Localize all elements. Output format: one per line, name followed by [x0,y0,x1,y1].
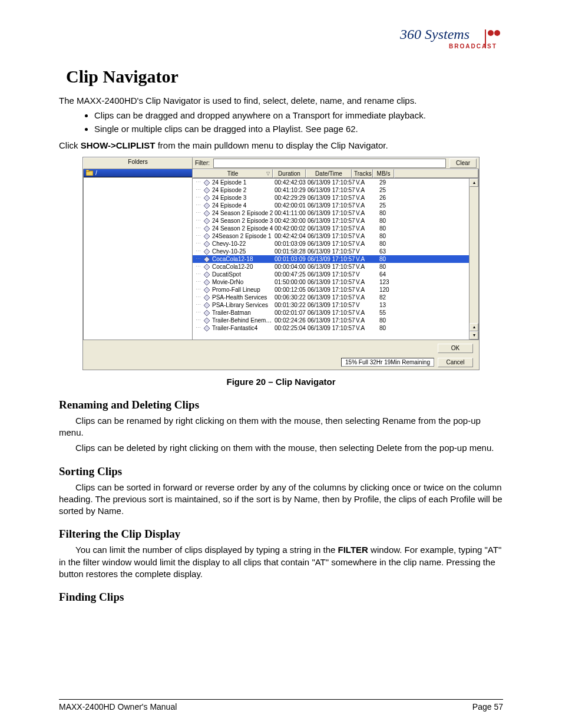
clip-mbs: 13 [377,302,401,308]
clip-duration: 00:42:00:02 [273,225,308,232]
clip-row[interactable]: ⋯24 Episode 200:41:10:2906/13/09 17:10:5… [193,186,478,194]
clip-row[interactable]: ⋯PSA-Library Services00:01:30:2206/13/09… [193,301,478,309]
clip-duration: 01:50:00:00 [273,279,308,285]
clip-title: Promo-Fall Lineup [211,286,273,293]
clip-mbs: 80 [377,317,401,324]
svg-point-1 [488,30,494,36]
filter-p: You can limit the number of clips displa… [59,544,503,580]
clip-row[interactable]: ⋯CocaCola12-2000:00:04:0006/13/09 17:10:… [193,263,478,271]
clip-tracks: V [353,248,377,255]
clip-mbs: 63 [377,248,401,255]
tree-line: ⋯ [193,271,203,277]
clip-title: CocaCola12-20 [211,263,273,270]
clip-row[interactable]: ⋯CocaCola12-1800:01:03:0906/13/09 17:10:… [193,255,478,263]
clip-icon [203,187,211,193]
clip-tracks: V.A [353,218,377,224]
clip-icon [203,179,211,186]
clip-title: DucatiSpot [211,271,273,278]
clip-row[interactable]: ⋯Promo-Fall Lineup00:00:12:0506/13/09 17… [193,286,478,294]
clip-title: 24 Episode 1 [211,179,273,186]
folders-root[interactable]: / [84,169,192,177]
tree-line: ⋯ [193,325,203,331]
svg-marker-22 [204,310,210,316]
clip-row[interactable]: ⋯24 Episode 400:42:00:0106/13/09 17:10:5… [193,202,478,209]
clip-title: CocaCola12-18 [211,256,273,262]
scroll-up2-icon[interactable]: ▴ [470,323,478,331]
clip-row[interactable]: ⋯24Season 2 Episode 100:42:42:0406/13/09… [193,232,478,240]
clip-list-pane: Title▽ Duration Date/Time Tracks MB/s ⋯2… [193,169,479,340]
clip-duration: 00:02:01:07 [273,309,308,316]
clip-title: 24 Season 2 Episode 3 [211,218,273,224]
tree-line: ⋯ [193,263,203,269]
clear-button[interactable]: Clear [449,159,477,168]
clip-icon [203,302,211,308]
clip-datetime: 06/13/09 17:10:57 [308,286,353,293]
clip-title: PSA-Health Services [211,294,273,301]
clip-row[interactable]: ⋯24 Season 2 Episode 400:42:00:0206/13/0… [193,225,478,232]
svg-marker-15 [204,256,210,262]
svg-marker-20 [204,295,210,301]
tree-line: ⋯ [193,309,203,315]
clip-title: Trailer-Batman [211,309,273,316]
clip-icon [203,279,211,285]
vertical-scrollbar[interactable]: ▴ ▴ ▾ [469,179,478,340]
scroll-down-icon[interactable]: ▾ [470,331,478,340]
page-footer: MAXX-2400HD Owner's Manual Page 57 [59,699,503,711]
logo-sub: BROADCAST [449,43,497,50]
clip-row[interactable]: ⋯Movie-DrNo01:50:00:0006/13/09 17:10:57V… [193,278,478,286]
tree-line: ⋯ [193,286,203,292]
clip-tracks: V.A [353,241,377,247]
clip-datetime: 06/13/09 17:10:57 [308,179,353,186]
clip-row[interactable]: ⋯24 Season 2 Episode 300:42:30:0006/13/0… [193,217,478,225]
clip-tracks: V [353,271,377,278]
col-spacer [394,169,478,178]
folders-pane[interactable]: / [83,169,193,340]
heading-filter: Filtering the Clip Display [59,528,503,541]
tree-line: ⋯ [193,210,203,216]
clip-datetime: 06/13/09 17:10:57 [308,263,353,270]
clip-mbs: 120 [377,286,401,293]
clip-row[interactable]: ⋯Trailer-Batman00:02:01:0706/13/09 17:10… [193,309,478,317]
page-title: Clip Navigator [66,67,503,87]
bullet-1: Clips can be dragged and dropped anywher… [94,110,503,120]
col-title[interactable]: Title▽ [193,169,273,178]
clip-row[interactable]: ⋯PSA-Health Services00:06:30:2206/13/09 … [193,294,478,301]
svg-marker-21 [204,302,210,308]
clip-mbs: 25 [377,187,401,193]
clip-tracks: V.A [353,187,377,193]
heading-find: Finding Clips [59,591,503,604]
clip-row[interactable]: ⋯Trailer-Behind Enemy Lines00:02:24:2606… [193,317,478,324]
clip-datetime: 06/13/09 17:10:57 [308,225,353,232]
cancel-button[interactable]: Cancel [438,358,473,367]
col-datetime[interactable]: Date/Time [306,169,352,178]
clip-row[interactable]: ⋯Chevy-10-2500:01:58:2806/13/09 17:10:57… [193,248,478,255]
col-duration[interactable]: Duration [273,169,306,178]
clip-datetime: 06/13/09 17:10:57 [308,210,353,216]
clip-row[interactable]: ⋯24 Season 2 Episode 200:41:11:0006/13/0… [193,209,478,217]
clip-row[interactable]: ⋯Chevy-10-2200:01:03:0906/13/09 17:10:57… [193,240,478,248]
clip-duration: 00:42:42:03 [273,179,308,186]
scroll-up-icon[interactable]: ▴ [470,179,478,187]
clip-tracks: V.A [353,286,377,293]
clip-row[interactable]: ⋯DucatiSpot00:00:47:2506/13/09 17:10:57V… [193,271,478,278]
col-mbs[interactable]: MB/s [373,169,394,178]
clip-mbs: 80 [377,225,401,232]
clip-mbs: 80 [377,210,401,216]
tree-line: ⋯ [193,241,203,246]
clip-row[interactable]: ⋯24 Episode 100:42:42:0306/13/09 17:10:5… [193,179,478,186]
footer-left: MAXX-2400HD Owner's Manual [59,702,177,711]
clip-row[interactable]: ⋯24 Episode 300:42:29:2906/13/09 17:10:5… [193,194,478,202]
clip-icon [203,233,211,239]
clip-tracks: V.A [353,195,377,201]
clip-datetime: 06/13/09 17:10:57 [308,256,353,262]
clip-row[interactable]: ⋯Trailer-Fantastic400:02:25:0406/13/09 1… [193,324,478,332]
col-tracks[interactable]: Tracks [352,169,373,178]
clip-tracks: V.A [353,309,377,316]
rename-p1: Clips can be renamed by right clicking o… [59,415,503,439]
clip-mbs: 82 [377,294,401,301]
filter-bar: Filter: Clear [193,157,479,169]
filter-input[interactable] [213,159,446,168]
folders-header[interactable]: Folders [83,157,193,169]
ok-button[interactable]: OK [438,344,473,353]
clip-mbs: 25 [377,202,401,209]
